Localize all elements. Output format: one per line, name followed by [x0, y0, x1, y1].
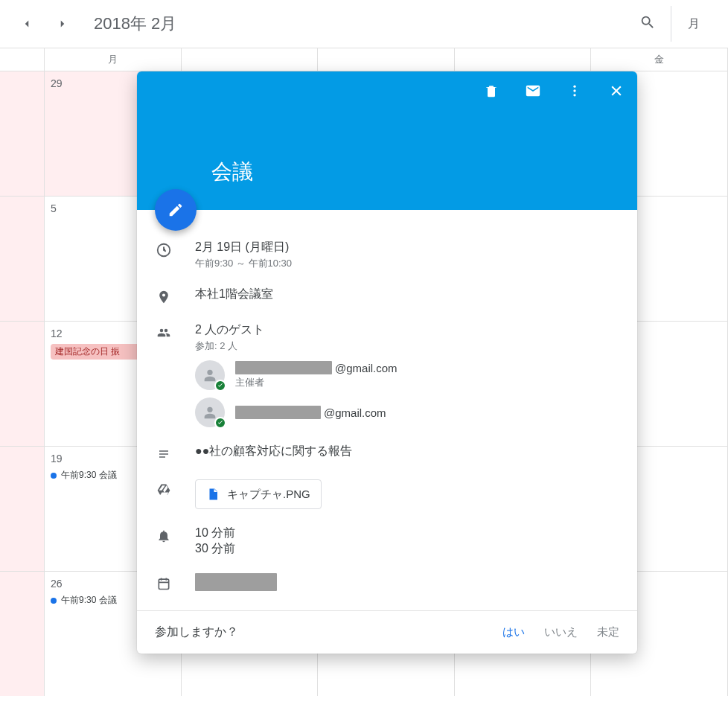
location-icon	[155, 288, 173, 306]
event-title: 会議	[211, 158, 253, 186]
guest-role: 主催者	[235, 376, 397, 389]
event-time: 午前9:30 ～ 午前10:30	[195, 257, 619, 270]
day-header	[182, 48, 319, 71]
check-icon	[214, 380, 226, 392]
attachment-chip[interactable]: キャプチャ.PNG	[195, 479, 322, 509]
event-guests-row: 2 人のゲスト 参加: 2 人 @gmail.co	[155, 322, 619, 427]
event-reminders-row: 10 分前 30 分前	[155, 526, 619, 557]
event-calendar-row	[155, 573, 619, 594]
svg-rect-4	[159, 579, 168, 589]
redacted-text	[235, 361, 332, 374]
calendar-cell[interactable]	[0, 71, 45, 196]
event-dot-icon	[51, 473, 57, 479]
event-date: 2月 19日 (月曜日)	[195, 240, 619, 255]
svg-point-1	[573, 89, 575, 92]
calendar-cell[interactable]	[0, 197, 45, 321]
day-header: 月	[45, 48, 182, 71]
guest-avatar	[195, 397, 225, 427]
guest-avatar	[195, 360, 225, 390]
current-month-label: 2018年 2月	[94, 13, 176, 35]
drive-icon	[155, 481, 173, 499]
clock-icon	[155, 241, 173, 259]
search-icon[interactable]	[639, 14, 656, 34]
guest-item: @gmail.com	[195, 397, 619, 427]
view-selector[interactable]: 月	[671, 6, 713, 42]
svg-point-0	[573, 86, 575, 88]
attachment-name: キャプチャ.PNG	[227, 488, 310, 502]
next-month-button[interactable]	[51, 12, 74, 36]
rsvp-no-button[interactable]: いいえ	[544, 625, 578, 639]
day-header	[318, 48, 455, 71]
popup-body: 2月 19日 (月曜日) 午前9:30 ～ 午前10:30 本社1階会議室 2 …	[137, 210, 637, 610]
prev-month-button[interactable]	[15, 12, 39, 36]
event-chip-label: 午前9:30 会議	[61, 594, 117, 607]
event-attachment-row: キャプチャ.PNG	[155, 479, 619, 509]
calendar-header-row: 月金	[0, 48, 728, 71]
popup-header: 会議	[137, 71, 637, 210]
check-icon	[214, 417, 226, 429]
event-detail-popup: 会議 2月 19日 (月曜日) 午前9:30 ～ 午前10:30 本社1階会議室	[137, 71, 637, 654]
close-icon[interactable]	[606, 80, 627, 101]
email-icon[interactable]	[523, 80, 543, 101]
file-icon	[206, 486, 220, 502]
guest-item: @gmail.com 主催者	[195, 360, 619, 390]
event-location-row: 本社1階会議室	[155, 287, 619, 306]
bell-icon	[155, 527, 173, 545]
event-description-row: ●●社の顧客対応に関する報告	[155, 444, 619, 463]
more-options-icon[interactable]	[564, 80, 585, 101]
event-datetime-row: 2月 19日 (月曜日) 午前9:30 ～ 午前10:30	[155, 240, 619, 270]
event-chip-label: 午前9:30 会議	[61, 469, 117, 482]
guest-email: @gmail.com	[235, 406, 386, 419]
redacted-text	[195, 573, 277, 591]
rsvp-maybe-button[interactable]: 未定	[597, 625, 619, 639]
calendar-cell[interactable]	[0, 572, 45, 696]
calendar-icon	[155, 575, 173, 593]
popup-footer: 参加しますか？ はい いいえ 未定	[137, 610, 637, 654]
event-location: 本社1階会議室	[195, 287, 619, 302]
day-header	[0, 48, 45, 71]
topbar: 2018年 2月 月	[0, 0, 728, 48]
day-header	[455, 48, 592, 71]
rsvp-yes-button[interactable]: はい	[502, 625, 525, 639]
svg-point-2	[573, 94, 575, 96]
guests-icon	[155, 324, 173, 342]
calendar-cell[interactable]	[0, 447, 45, 571]
day-header: 金	[591, 48, 728, 71]
event-description: ●●社の顧客対応に関する報告	[195, 444, 619, 459]
guests-count: 2 人のゲスト	[195, 322, 619, 338]
redacted-text	[235, 406, 321, 419]
reminder-item: 30 分前	[195, 541, 619, 557]
delete-icon[interactable]	[481, 80, 502, 101]
event-dot-icon	[51, 598, 57, 604]
description-icon	[155, 445, 173, 463]
calendar-cell[interactable]	[0, 322, 45, 446]
rsvp-question: 参加しますか？	[155, 625, 238, 640]
reminder-item: 10 分前	[195, 526, 619, 541]
guest-email: @gmail.com	[235, 361, 397, 374]
guests-attending: 参加: 2 人	[195, 339, 619, 353]
edit-button[interactable]	[155, 189, 197, 231]
